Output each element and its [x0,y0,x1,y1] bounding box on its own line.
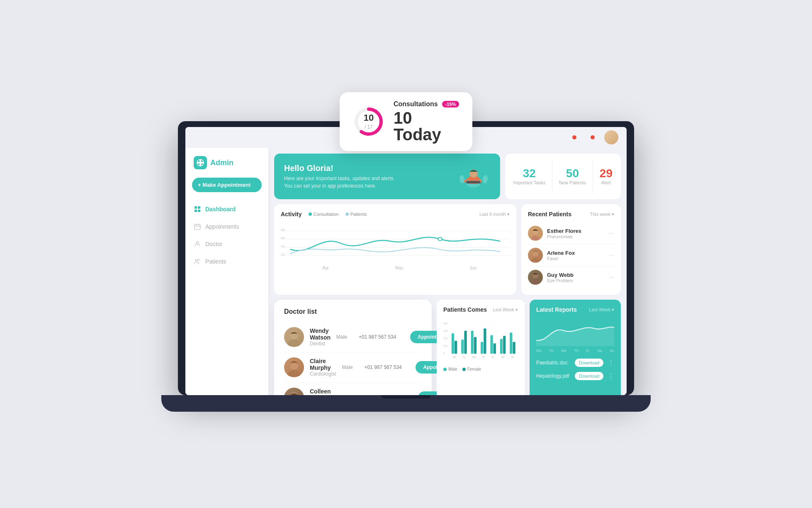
stat-alert-value: 29 [600,168,613,179]
svg-text:40: 40 [281,244,285,248]
svg-rect-55 [490,335,493,354]
user-avatar[interactable] [604,130,618,144]
make-appointment-button[interactable]: + Make Appointment [192,178,262,192]
logo-text: Admin [210,159,233,167]
reports-line-chart [536,318,614,347]
activity-filter[interactable]: Last 6 month ▾ [479,212,510,217]
consult-today: Today [394,125,441,144]
download-button-0[interactable]: Download [575,359,603,367]
svg-text:0: 0 [443,352,445,355]
svg-rect-58 [503,336,506,354]
notification-icon-2[interactable] [586,131,599,144]
latest-reports-card: Latest Reports Last Week ▾ [530,300,621,395]
svg-rect-52 [474,337,477,354]
svg-rect-9 [194,225,200,230]
sidebar-item-appointments[interactable]: Appoinments [185,218,268,235]
svg-text:Mo: Mo [453,356,457,359]
donut-chart: 10 / 17 [352,105,385,138]
legend-male: Male [443,367,457,371]
download-button-1[interactable]: Download [575,372,603,380]
svg-point-20 [482,175,488,184]
doctor-avatar-1 [284,357,304,377]
activity-title: Activity [281,211,302,217]
stats-panel: 32 Important Tasks 50 New Patients [505,154,621,199]
x-label-jun: Jun [470,266,477,270]
doctor-phone-0: +01 987 567 534 [359,334,404,340]
svg-rect-8 [198,210,200,212]
svg-point-30 [438,238,441,240]
svg-rect-53 [481,342,483,354]
doctor-name-2: Colleen Warren [310,388,338,395]
sidebar-label-patients: Patients [205,258,226,265]
doctor-name-1: Claire Murphy [310,358,336,371]
sidebar-item-doctor[interactable]: Doctor [185,235,268,253]
laptop-frame: 10 / 17 Consultations -15% 10 Today [178,96,634,412]
svg-text:20: 20 [281,253,285,256]
doctor-gender-1: Male [342,364,358,370]
svg-text:Sa: Sa [501,356,505,359]
activity-card: Activity Consultation [274,204,516,295]
svg-rect-49 [461,339,464,354]
x-label-apr: Apr [322,266,329,270]
consult-badge: -15% [442,101,459,107]
report-more-0[interactable]: ⋮ [608,359,614,367]
recent-patients-card: Recent Patients This week ▾ [521,204,621,295]
sidebar-label-doctor: Doctor [205,241,222,247]
svg-text:200: 200 [443,337,448,340]
activity-chart-svg: 80 60 40 20 [281,222,510,264]
middle-row: Activity Consultation [274,204,621,295]
svg-rect-60 [513,342,515,354]
patient-name-0: Esther Flores [547,228,605,234]
latest-reports-filter[interactable]: Last Week ▾ [589,307,614,313]
patient-more-2[interactable]: ··· [609,274,614,281]
stat-patients-label: New Patients [559,180,586,185]
reports-x-mo: Mo [536,349,542,353]
legend-patients: Patients [345,212,367,217]
laptop-base [161,395,651,412]
donut-total: / 17 [365,124,373,130]
svg-text:Su: Su [511,356,514,359]
stat-tasks-label: Important Tasks [513,180,545,185]
patient-condition-2: Eye Problem [547,278,605,283]
svg-text:We: We [472,356,476,359]
sidebar-label-appointments: Appoinments [205,223,239,230]
patient-condition-0: Pneumoniae [547,234,605,239]
patient-item-2: Guy Webb Eye Problem ··· [528,266,614,288]
report-more-1[interactable]: ⋮ [608,372,614,380]
patient-name-1: Arlene Fox [547,250,605,256]
patient-item-0: Esther Flores Pneumoniae ··· [528,222,614,244]
reports-x-fr: Fr [586,349,590,353]
stat-new-patients: 50 New Patients [559,168,586,185]
dashboard-icon [194,205,201,213]
stat-alert: 29 Alert [600,168,613,185]
svg-rect-16 [466,181,481,183]
reports-x-sa: Sa [597,349,602,353]
recent-patients-filter[interactable]: This week ▾ [590,212,614,217]
doctor-row-1: Claire Murphy Cardiologist Male +01 987 … [284,352,422,383]
svg-rect-56 [494,343,496,354]
doctor-avatar-2 [284,388,304,395]
welcome-banner: Hello Gloria! Here are your important ta… [274,154,500,199]
svg-text:100: 100 [443,344,448,347]
x-label-may: May [395,266,403,270]
report-item-0: Paediatric.doc Download ⋮ [536,356,614,369]
welcome-subtext2: You can set your in app preferences here… [284,182,395,190]
patient-more-1[interactable]: ··· [609,252,614,259]
patients-comes-filter[interactable]: Last Week ▾ [493,307,518,313]
consult-title-text: Consultations [394,100,438,108]
svg-rect-54 [484,328,486,354]
reports-x-th: Th [574,349,579,353]
patient-item-1: Arlene Fox Faver ··· [528,244,614,266]
patient-condition-1: Faver [547,256,605,261]
welcome-illustration [457,162,490,191]
svg-text:60: 60 [281,236,285,240]
patient-more-0[interactable]: ··· [609,230,614,237]
patient-avatar-0 [528,226,543,241]
svg-text:300: 300 [443,330,448,332]
notification-icon-1[interactable] [568,131,581,144]
reports-x-we: We [561,349,566,353]
sidebar-item-patients[interactable]: Patients [185,253,268,270]
svg-rect-3 [199,159,201,166]
sidebar-item-dashboard[interactable]: Dashboard [185,200,268,218]
doctor-phone-1: +01 987 567 534 [364,364,410,370]
